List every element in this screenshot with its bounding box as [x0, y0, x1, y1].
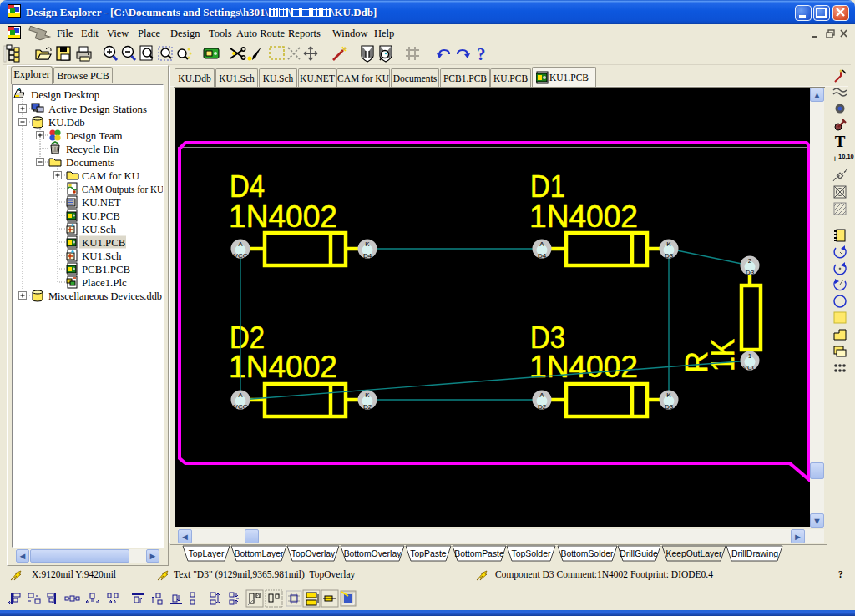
svg-text:1N4002: 1N4002	[529, 350, 638, 384]
svg-text:Place1.Plc: Place1.Plc	[82, 277, 127, 289]
svg-text:D1: D1	[530, 169, 565, 204]
svg-text:T: T	[835, 133, 846, 150]
svg-text:VCC: VCC	[743, 364, 757, 371]
svg-text:A: A	[539, 240, 544, 248]
svg-text:D2: D2	[363, 403, 372, 411]
svg-text:KU.PCB: KU.PCB	[82, 210, 120, 222]
svg-text:Design Desktop: Design Desktop	[31, 89, 99, 101]
svg-text:Recycle Bin: Recycle Bin	[66, 144, 119, 155]
svg-text:1: 1	[748, 352, 752, 360]
svg-text:KU1.Sch: KU1.Sch	[82, 250, 122, 262]
svg-text:K: K	[365, 240, 370, 248]
svg-text:BottomOverlay: BottomOverlay	[344, 549, 402, 558]
svg-text:KU.Sch: KU.Sch	[82, 224, 116, 235]
svg-text:D3: D3	[665, 252, 674, 260]
svg-text:Active Design Stations: Active Design Stations	[48, 104, 147, 115]
svg-text:K: K	[666, 240, 671, 248]
svg-text:KU.Ddb: KU.Ddb	[48, 117, 85, 129]
svg-text:D4: D4	[363, 252, 372, 260]
svg-text:TopOverlay: TopOverlay	[291, 549, 336, 558]
svg-text:CAM for KU: CAM for KU	[82, 170, 139, 182]
svg-text:K: K	[666, 391, 671, 399]
svg-text:1K: 1K	[706, 339, 741, 371]
svg-text:+: +	[832, 154, 837, 164]
svg-text:Miscellaneous Devices.ddb: Miscellaneous Devices.ddb	[48, 290, 162, 302]
svg-text:D2: D2	[538, 403, 547, 411]
svg-text:10,10: 10,10	[838, 153, 854, 160]
svg-text:K: K	[365, 391, 370, 399]
svg-text:D3: D3	[665, 403, 674, 411]
svg-text:A: A	[238, 240, 243, 248]
svg-text:A: A	[539, 391, 544, 399]
svg-text:TopPaste: TopPaste	[410, 549, 447, 558]
svg-text:1N4002: 1N4002	[229, 199, 337, 234]
svg-text:DrillDrawing: DrillDrawing	[731, 549, 778, 558]
svg-text:D4: D4	[230, 169, 265, 204]
svg-text:TopSolder: TopSolder	[512, 549, 551, 558]
svg-text:BottomLayer: BottomLayer	[235, 549, 284, 558]
svg-text:1N4002: 1N4002	[529, 199, 638, 234]
svg-text:D4: D4	[538, 252, 547, 260]
svg-text:1N4002: 1N4002	[229, 350, 337, 384]
svg-text:D3: D3	[746, 269, 755, 276]
svg-text:BottomSolder: BottomSolder	[561, 549, 614, 558]
svg-text:A: A	[238, 391, 243, 399]
svg-text:KU.NET: KU.NET	[82, 197, 121, 209]
svg-text:PCB1.PCB: PCB1.PCB	[82, 264, 130, 275]
svg-text:Documents: Documents	[66, 157, 114, 169]
svg-text:BottomPaste: BottomPaste	[454, 549, 504, 558]
svg-text:TopLayer: TopLayer	[189, 549, 225, 558]
svg-text:?: ?	[477, 44, 486, 64]
svg-text:CAM Outputs for KU: CAM Outputs for KU	[82, 184, 163, 195]
svg-text:VCC: VCC	[234, 403, 248, 411]
svg-text:2: 2	[748, 257, 752, 265]
svg-text:KeepOutLayer: KeepOutLayer	[665, 549, 722, 558]
svg-text:DrillGuide: DrillGuide	[620, 549, 658, 558]
svg-text:KU1.PCB: KU1.PCB	[82, 237, 125, 249]
svg-text:Design Team: Design Team	[66, 130, 123, 142]
svg-text:VCC: VCC	[234, 252, 248, 260]
